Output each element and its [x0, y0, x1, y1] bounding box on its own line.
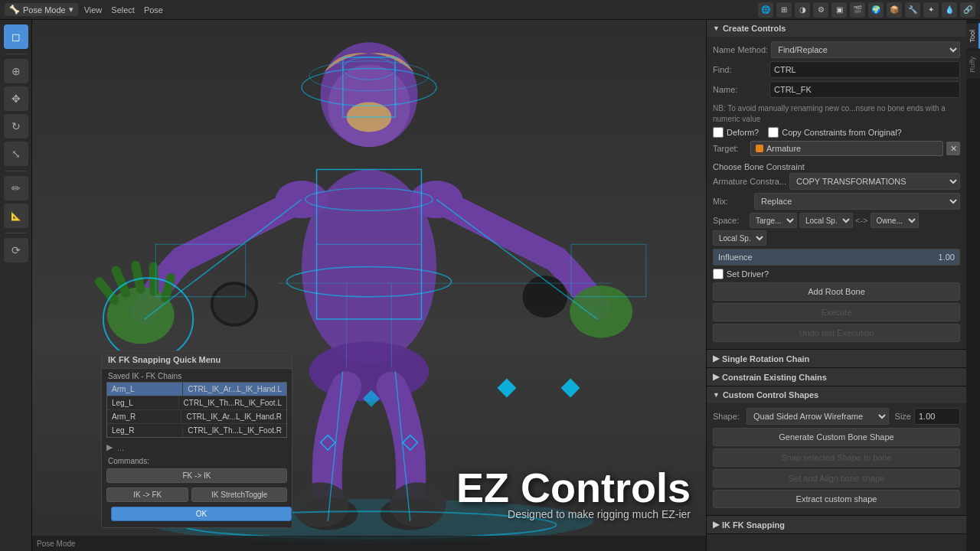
tool-measure[interactable]: 📐 [4, 204, 28, 228]
render-engine[interactable]: ▣ [831, 2, 847, 18]
deform-checkbox[interactable] [713, 127, 724, 138]
find-input[interactable] [769, 61, 960, 78]
deform-label: Deform? [727, 128, 759, 137]
create-controls-header[interactable]: ▼ Create Controls [707, 20, 966, 37]
vtab-tool[interactable]: Tool [966, 23, 980, 49]
ikfk-title: IK FK Snapping Quick Menu [102, 351, 292, 369]
snap-shape-btn[interactable]: Snap selected Shape to bone [713, 448, 960, 467]
single-rotation-section[interactable]: ▶ Single Rotation Chain [707, 350, 966, 368]
ikfk-chain-right-3: CTRL_IK_Th...L_IK_Foot.R [183, 424, 286, 437]
vtab-ruffy[interactable]: Ruffy [966, 50, 980, 79]
constrain-existing-label: Constrain Existing Chains [722, 373, 827, 382]
space-arrow: <-> [855, 216, 868, 225]
shape-select[interactable]: Quad Sided Arrow Wireframe [746, 408, 889, 425]
shape-label: Shape: [713, 412, 743, 421]
set-align-btn[interactable]: Set and Align bone shape [713, 469, 960, 487]
xray-icon[interactable]: ◑ [795, 2, 810, 18]
custom-shapes-content: Shape: Quad Sided Arrow Wireframe Size G… [707, 403, 966, 515]
set-driver-checkbox[interactable] [713, 269, 724, 279]
pose-mode-selector[interactable]: 🦴 Pose Mode ▾ [5, 3, 78, 16]
nav-select[interactable]: Select [111, 5, 135, 15]
influence-field[interactable]: Influence 1.00 [713, 249, 960, 266]
deform-copy-row: Deform? Copy Constraints from Original? [713, 127, 960, 138]
right-panel: ▼ Create Controls Name Method: Find/Repl… [706, 20, 966, 551]
custom-shapes-header[interactable]: ▼ Custom Control Shapes [707, 386, 966, 403]
size-input[interactable] [914, 408, 960, 425]
ikfk-extra-left[interactable]: ▶ [106, 442, 113, 452]
ikfk-chain-row-0[interactable]: Arm_L CTRL_IK_Ar...L_IK_Hand.L [107, 383, 286, 396]
ikfk-ik-to-fk-btn[interactable]: IK -> FK [106, 487, 188, 502]
deform-checkbox-label[interactable]: Deform? [713, 127, 759, 138]
tool-cursor[interactable]: ⊕ [4, 59, 28, 83]
ik-fk-section[interactable]: ▶ IK FK Snapping [707, 516, 966, 534]
ikfk-commands-label: Commands: [102, 454, 292, 467]
pose-icon: 🦴 [9, 5, 20, 15]
nav-view[interactable]: View [84, 5, 103, 15]
ikfk-chain-row-3[interactable]: Leg_R CTRL_IK_Th...L_IK_Foot.R [107, 424, 286, 437]
ikfk-ik-fk-row: IK -> FK IK StretchToggle [102, 486, 292, 504]
ikfk-ok-btn[interactable]: OK [111, 507, 292, 521]
obj-props[interactable]: 📦 [887, 2, 902, 18]
space-targ-select[interactable]: Targe... [750, 213, 797, 228]
armature-constraint-select[interactable]: COPY TRANSFORMATIONS [789, 173, 960, 190]
nav-pose[interactable]: Pose [144, 5, 163, 15]
viewport-shading-icon[interactable]: 🌐 [758, 2, 773, 18]
mix-select[interactable]: Replace [754, 193, 960, 210]
ikfk-chain-left-1: Leg_L [107, 396, 179, 409]
copy-constraints-text: Copy Constraints from Original? [782, 128, 902, 137]
topbar-nav: View Select Pose [84, 5, 163, 15]
ik-fk-label: IK FK Snapping [722, 520, 785, 530]
svg-line-7 [100, 282, 115, 300]
copy-constraints-checkbox[interactable] [768, 127, 779, 138]
ikfk-chain-row-1[interactable]: Leg_L CTRL_IK_Th...RL_IK_Foot.L [107, 396, 286, 410]
topbar: 🦴 Pose Mode ▾ View Select Pose 🌐 ⊞ ◑ ⚙ ▣… [0, 0, 980, 20]
mode-chevron: ▾ [69, 5, 74, 15]
svg-rect-38 [497, 379, 516, 398]
view3d-options[interactable]: ⚙ [813, 2, 828, 18]
ikfk-fk-to-ik-btn[interactable]: FK -> IK [106, 468, 287, 483]
tool-select[interactable]: ◻ [4, 24, 28, 49]
tool-scale[interactable]: ⤡ [4, 142, 28, 166]
name-method-row: Name Method: Find/Replace [713, 41, 960, 58]
modifier-props[interactable]: 🔧 [905, 2, 920, 18]
ikfk-chain-row-2[interactable]: Arm_R CTRL_IK_Ar...L_IK_Hand.R [107, 410, 286, 424]
ikfk-stretch-toggle-btn[interactable]: IK StretchToggle [191, 487, 287, 502]
add-root-bone-btn[interactable]: Add Root Bone [713, 282, 960, 301]
shape-row: Shape: Quad Sided Arrow Wireframe Size [713, 408, 960, 425]
space-label: Space: [713, 216, 747, 225]
undo-execution-btn[interactable]: Undo last Execution [713, 324, 960, 342]
name-input[interactable] [769, 81, 960, 98]
viewport[interactable]: IK FK Snapping Quick Menu Saved IK - FK … [32, 20, 706, 551]
set-driver-label[interactable]: Set Driver? [713, 269, 769, 279]
space-owner-select[interactable]: Owne... [871, 213, 919, 228]
copy-constraints-label[interactable]: Copy Constraints from Original? [768, 127, 902, 138]
mix-row: Mix: Replace [713, 193, 960, 210]
constraint-props[interactable]: 🔗 [960, 2, 975, 18]
tool-annotate[interactable]: ✏ [4, 176, 28, 201]
space-local2-select[interactable]: Local Sp... [713, 230, 766, 246]
world-props[interactable]: 🌍 [868, 2, 884, 18]
physics-props[interactable]: 💧 [942, 2, 957, 18]
ikfk-extra-row: ▶ ... [102, 441, 292, 454]
left-toolbar: ◻ ⊕ ✥ ↻ ⤡ ✏ 📐 ⟳ [0, 20, 32, 551]
execute-btn[interactable]: Execute [713, 303, 960, 321]
space-local-select[interactable]: Local Sp... [799, 213, 853, 228]
ikfk-chain-table: Arm_L CTRL_IK_Ar...L_IK_Hand.L Leg_L CTR… [106, 382, 287, 438]
particle-props[interactable]: ✦ [923, 2, 939, 18]
custom-shapes-chevron: ▼ [713, 391, 720, 399]
overlay-icon[interactable]: ⊞ [776, 2, 792, 18]
ikfk-popup: IK FK Snapping Quick Menu Saved IK - FK … [101, 350, 292, 528]
generate-btn[interactable]: Generate Custom Bone Shape [713, 428, 960, 446]
mix-label: Mix: [713, 197, 751, 206]
target-close-btn[interactable]: ✕ [946, 142, 960, 155]
ikfk-chain-right-2: CTRL_IK_Ar...L_IK_Hand.R [181, 410, 286, 423]
tool-rotate[interactable]: ↻ [4, 114, 28, 139]
tool-move[interactable]: ✥ [4, 86, 28, 111]
name-method-select[interactable]: Find/Replace [771, 41, 960, 58]
constrain-existing-section[interactable]: ▶ Constrain Existing Chains [707, 368, 966, 386]
watermark: EZ Controls Designed to make rigging muc… [456, 467, 691, 520]
scene-props[interactable]: 🎬 [850, 2, 865, 18]
ikfk-extra-right[interactable]: ... [117, 443, 124, 452]
extract-btn[interactable]: Extract custom shape [713, 490, 960, 508]
tool-transform[interactable]: ⟳ [4, 238, 28, 262]
